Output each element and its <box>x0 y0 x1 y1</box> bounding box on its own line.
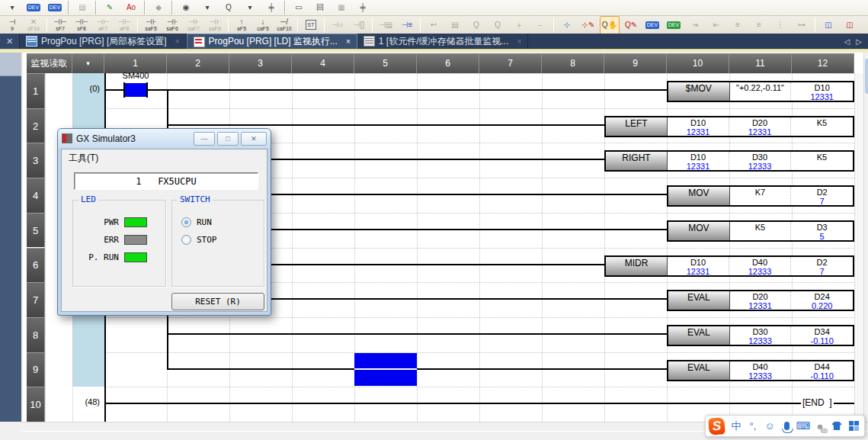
program-check-icon[interactable]: ◫ <box>818 16 838 34</box>
instruction-name[interactable]: EVAL <box>668 326 730 345</box>
application-instruction-icon[interactable]: ⊣[] <box>349 16 369 34</box>
soft-keyboard-icon[interactable]: ⌨ <box>796 418 811 435</box>
npulse-contact-icon[interactable]: ⊣⊦saF5 <box>141 16 161 34</box>
sogou-logo-icon[interactable]: S <box>708 417 725 435</box>
comment-edit-icon[interactable]: ⊣≡ <box>397 16 417 34</box>
instruction-box-EVAL[interactable]: EVALD3012333D34-0.110 <box>667 325 854 346</box>
instruction-name[interactable]: LEFT <box>606 117 668 136</box>
tabbar-close-icon[interactable]: ✕ <box>0 34 20 49</box>
scrollbar-thumb[interactable] <box>865 59 868 94</box>
search-dropdown-icon[interactable]: ▾ <box>240 0 260 17</box>
device-test-icon[interactable]: ⊹ <box>557 16 577 34</box>
eraser-icon[interactable]: ◆ <box>149 0 168 17</box>
pulse-contact-icon[interactable]: ⊣⊢sF7 <box>50 16 70 34</box>
row-number-9[interactable]: 9 <box>27 352 45 387</box>
row-number-8[interactable]: 8 <box>27 317 45 352</box>
vertical-scrollbar[interactable] <box>863 53 868 422</box>
stop-radio[interactable] <box>181 235 191 245</box>
skin-icon[interactable] <box>829 418 844 435</box>
note-display-icon[interactable]: Ao <box>121 0 141 17</box>
indent-right-icon[interactable]: ⇥ <box>685 16 705 34</box>
tab-scroll-right-icon[interactable]: ▷ <box>856 37 862 46</box>
operand-cell[interactable]: D34-0.110 <box>791 326 853 345</box>
operand-cell[interactable]: D27 <box>791 187 853 205</box>
tab-1[interactable]: ProgPou [PRG] [局部标签设置]× <box>20 34 187 49</box>
instruction-box-LEFT[interactable]: LEFTD1012331D2012331K5 <box>604 116 854 137</box>
coil-icon[interactable]: ⊣○ <box>328 16 348 34</box>
row-number-6[interactable]: 6 <box>27 248 45 283</box>
device-register-watch-icon[interactable]: DEV <box>664 16 684 34</box>
instruction-name[interactable]: MOV <box>668 222 730 240</box>
tab-close-icon[interactable]: × <box>346 37 351 46</box>
watch-window-icon[interactable]: ▭ <box>289 0 309 17</box>
reset-button[interactable]: RESET (R) <box>171 293 264 310</box>
monitor-read-header[interactable]: 监视读取 <box>27 53 72 73</box>
operand-cell[interactable]: D27 <box>791 257 853 275</box>
vertical-line-icon[interactable]: ⊣9 <box>2 16 22 34</box>
device-test-edit-icon[interactable]: ⊹✎ <box>578 16 598 34</box>
tab-close-icon[interactable]: × <box>175 37 180 46</box>
connect-line-icon[interactable]: ⊶ <box>792 16 812 34</box>
indent-left-icon[interactable]: ⇤ <box>706 16 726 34</box>
monitor-write-icon[interactable]: Q✎ <box>621 16 641 34</box>
operand-cell[interactable]: K5 <box>730 222 792 240</box>
pulse-or-close-contact-icon[interactable]: ⊣⊢aF8 <box>114 16 134 34</box>
operand-cell[interactable]: D35 <box>791 222 853 240</box>
rising-pulse-icon[interactable]: ↑aF5 <box>232 16 251 34</box>
left-dock-handle[interactable] <box>0 53 21 76</box>
row2-overflow-icon[interactable]: ▾ <box>861 16 868 34</box>
row-number-1[interactable]: 1 <box>27 73 45 108</box>
operand-cell[interactable]: D4012333 <box>729 257 791 275</box>
note-edit-icon[interactable]: ▤ <box>72 0 92 17</box>
contact-SM400[interactable] <box>125 83 146 97</box>
insert-row-icon[interactable]: ＋ <box>509 16 529 34</box>
row-number-2[interactable]: 2 <box>27 108 45 143</box>
voice-input-icon[interactable] <box>779 418 794 435</box>
instruction-box-$MOV[interactable]: $MOV"+0.22,-0.11"D1012331 <box>667 81 854 102</box>
undo-icon[interactable]: ↩ <box>424 16 444 34</box>
align-lines-icon[interactable]: ≡ <box>728 16 748 34</box>
stop-radio-row[interactable]: STOP <box>181 235 217 245</box>
device-display-icon[interactable]: ◉ <box>176 0 196 17</box>
instruction-name[interactable]: EVAL <box>668 361 730 380</box>
falling-pulse-icon[interactable]: ↓caF5 <box>253 16 273 34</box>
find-document-icon[interactable]: Q <box>466 16 486 34</box>
pulse-or-contact-icon[interactable]: ⊣⊢aF7 <box>93 16 113 34</box>
run-radio[interactable] <box>181 217 191 227</box>
tab-close-icon[interactable]: × <box>517 37 521 46</box>
npulse-close-contact-icon[interactable]: ⊣⊦saF6 <box>162 16 182 34</box>
punctuation-icon[interactable]: °, <box>745 418 761 435</box>
operand-cell[interactable]: D2012331 <box>729 117 791 136</box>
row-number-3[interactable]: 3 <box>27 143 45 178</box>
run-radio-row[interactable]: RUN <box>181 217 212 227</box>
program-verify-icon[interactable]: ◫ <box>840 16 860 34</box>
row-number-7[interactable]: 7 <box>27 282 45 317</box>
operand-cell[interactable]: D3012333 <box>730 326 792 345</box>
edit-mode-icon[interactable]: ⊣▤ <box>376 16 396 34</box>
document-icon[interactable]: ▤ <box>445 16 465 34</box>
close-button[interactable]: ✕ <box>241 132 267 146</box>
emoji-icon[interactable]: ☺ <box>762 418 777 435</box>
left-dock-strip[interactable] <box>0 53 21 422</box>
account-icon[interactable]: ☻10 <box>812 418 828 435</box>
operand-cell[interactable]: D1012331 <box>791 82 853 101</box>
toolbar-options-icon[interactable]: ╪ <box>261 0 281 17</box>
row-number-10[interactable]: 10 <box>27 387 45 422</box>
monitor-dropdown[interactable]: ▾ <box>72 53 104 73</box>
operand-cell[interactable]: D240.220 <box>791 291 853 310</box>
toolbox-icon[interactable] <box>846 418 861 435</box>
pulse-close-contact-icon[interactable]: ⊣⊢sF8 <box>72 16 91 34</box>
instruction-name[interactable]: EVAL <box>668 291 730 310</box>
inline-st-icon[interactable]: ST <box>301 16 321 34</box>
npulse-or-contact-icon[interactable]: ⊣⊦saF7 <box>184 16 203 34</box>
device-batch-monitor-icon[interactable]: DEV <box>642 16 662 34</box>
search-icon[interactable]: Q <box>219 0 239 17</box>
instruction-name[interactable]: $MOV <box>668 82 730 101</box>
replace-document-icon[interactable]: Q <box>488 16 508 34</box>
disabled-tool-icon[interactable]: ▦ <box>332 0 351 17</box>
instruction-box-MOV[interactable]: MOVK7D27 <box>667 185 854 207</box>
statement-list-icon[interactable]: ⋮ <box>770 16 790 34</box>
row-number-4[interactable]: 4 <box>27 178 45 213</box>
operand-cell[interactable]: K7 <box>730 187 792 205</box>
intelligent-module-icon[interactable]: 回 <box>310 0 330 17</box>
